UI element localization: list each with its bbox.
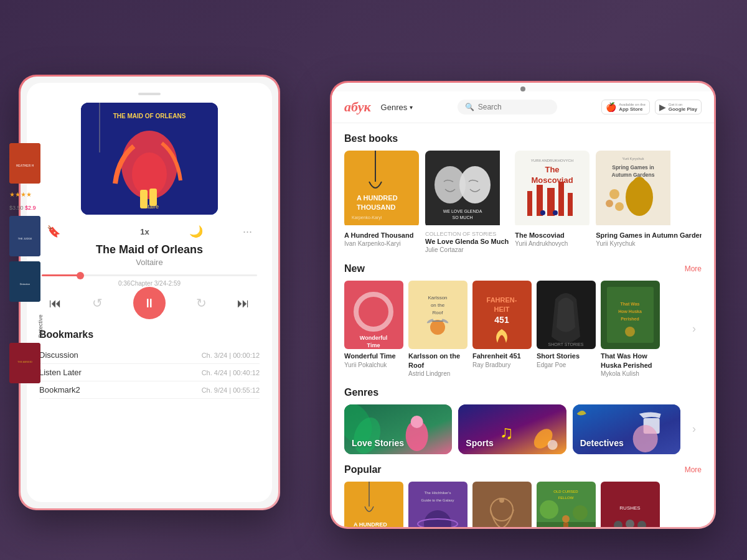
- player-book-cover: THE MAID OF ORLEANS: [81, 103, 218, 215]
- popular-row: A HUNDRED THOUSAND Karpenko-Karyi A Hund…: [344, 482, 687, 527]
- player-book-author: Voltaire: [136, 258, 162, 267]
- svg-text:Wonderful: Wonderful: [360, 335, 387, 341]
- skip-back-icon[interactable]: ⏮: [49, 296, 62, 310]
- genres-label: Genres: [381, 103, 408, 112]
- svg-rect-30: [527, 191, 532, 216]
- book-author-2: Julie Cortazar: [425, 246, 509, 253]
- genre-label-love: Love Stories: [352, 438, 404, 448]
- google-play-badge[interactable]: ▶ Get it on Google Play: [655, 100, 702, 114]
- svg-point-101: [540, 500, 558, 519]
- svg-rect-16: [344, 151, 419, 225]
- player-book-title: The Maid of Orleans: [96, 243, 203, 256]
- left-tablet: THE MAID OF ORLEANS: [19, 75, 280, 510]
- edge-books: HEATHER H ★★★★ $3.50 $2.9 THE JUDGE Dete…: [9, 143, 44, 383]
- bookmark-name-1: Discussion: [39, 350, 78, 360]
- svg-text:THE MAID OF ORLEANS: THE MAID OF ORLEANS: [113, 113, 186, 119]
- genre-card-sports[interactable]: ♫ Sports: [458, 404, 566, 454]
- speed-button[interactable]: 1x: [140, 227, 149, 236]
- new-book-huska[interactable]: That Was How Huska Perished That Was How…: [601, 281, 660, 377]
- svg-text:HEIT: HEIT: [494, 306, 509, 313]
- new-books-next-arrow[interactable]: ›: [687, 295, 702, 363]
- popular-header: Popular More: [344, 464, 702, 475]
- book-collection-label: Collection of Stories: [425, 231, 509, 237]
- bookmark-item-1[interactable]: Discussion Ch. 3/24 | 00:00:12: [39, 347, 260, 364]
- genre-card-love-stories[interactable]: Love Stories: [344, 404, 452, 454]
- new-book-title-3: Fahrenheit 451: [472, 352, 532, 360]
- app-logo: абук: [344, 99, 371, 115]
- pause-button[interactable]: ⏸: [133, 287, 166, 319]
- new-book-wonderful-time[interactable]: Wonderful Time Wonderful Time Yurii Poka…: [344, 281, 403, 368]
- new-book-title-4: Short Stories: [537, 352, 596, 360]
- svg-text:Detective: Detective: [20, 282, 31, 286]
- book-author-1: Ivan Karpenko-Karyi: [344, 240, 419, 247]
- new-books-more[interactable]: More: [685, 264, 702, 273]
- progress-track[interactable]: [42, 274, 257, 276]
- pop-book-3[interactable]: God of His Fathers The God of His Father…: [472, 482, 532, 527]
- genres-button[interactable]: Genres ▾: [381, 103, 413, 112]
- genres-next-arrow[interactable]: ›: [687, 404, 702, 454]
- app-header: абук Genres ▾ 🔍 🍎 Available on the App S…: [332, 91, 714, 123]
- book-card-spring[interactable]: Yurii Kyrychuk Spring Games in Autumn Ga…: [596, 151, 702, 253]
- popular-row-wrapper: A HUNDRED THOUSAND Karpenko-Karyi A Hund…: [344, 482, 702, 527]
- book-card-glenda[interactable]: WE LOVE GLENDA SO MUCH Collection of Sto…: [425, 151, 509, 253]
- pop-book-2[interactable]: The Hitchhiker's Guide to the Galaxy Dou…: [408, 482, 467, 527]
- app-store-badge[interactable]: 🍎 Available on the App Store: [601, 100, 650, 114]
- book-card-moscoviad[interactable]: YURII ANDRUKHOVYCH The Moscoviad: [515, 151, 590, 253]
- svg-text:Moscoviad: Moscoviad: [532, 175, 573, 185]
- pop-book-1[interactable]: A HUNDRED THOUSAND Karpenko-Karyi A Hund…: [344, 482, 403, 527]
- new-book-author-3: Ray Bradbury: [472, 362, 532, 368]
- progress-thumb[interactable]: [77, 272, 84, 279]
- bookmark-item-2[interactable]: Listen Later Ch. 4/24 | 00:40:12: [39, 364, 260, 381]
- pop-book-5[interactable]: RUSHES Rushes Vasyl Shkliar: [601, 482, 660, 527]
- genres-title: Genres: [344, 387, 378, 398]
- book-author-3: Yurii Andrukhovych: [515, 240, 590, 247]
- rewind-icon[interactable]: ↺: [92, 296, 103, 310]
- playback-controls: ⏮ ↺ ⏸ ↻ ⏭: [37, 287, 262, 319]
- new-book-fahrenheit[interactable]: FAHREN- HEIT 451 Fahrenheit 451 Ray Brad…: [472, 281, 532, 368]
- remaining-time: -2:59: [166, 280, 181, 287]
- camera-notch: [520, 86, 525, 91]
- right-tablet: абук Genres ▾ 🔍 🍎 Available on the App S…: [330, 81, 716, 529]
- svg-text:FAHREN-: FAHREN-: [487, 296, 517, 304]
- svg-text:HEATHER H: HEATHER H: [16, 164, 34, 167]
- svg-rect-82: [344, 482, 403, 527]
- svg-text:A HUNDRED: A HUNDRED: [354, 521, 387, 527]
- svg-text:THE JUDGE: THE JUDGE: [18, 237, 32, 240]
- bookmark-icon[interactable]: 🔖: [47, 225, 60, 238]
- new-book-author-2: Astrid Lindgren: [408, 370, 467, 377]
- bookmark-item-3[interactable]: Bookmark2 Ch. 9/24 | 00:55:12: [39, 381, 260, 399]
- search-input[interactable]: [478, 103, 550, 111]
- panel-handle[interactable]: [138, 93, 161, 95]
- new-book-title-2: Karlsson on the Roof: [408, 352, 467, 370]
- progress-container[interactable]: [37, 274, 262, 276]
- new-book-karlsson[interactable]: Karlsson on the Roof Karlsson on the Roo…: [408, 281, 467, 377]
- new-book-title-1: Wonderful Time: [344, 352, 403, 360]
- moon-icon[interactable]: 🌙: [189, 225, 203, 238]
- new-book-short-stories[interactable]: SHORT STORIES Short Stories Edgar Poe: [537, 281, 596, 368]
- svg-point-42: [633, 177, 646, 189]
- svg-text:♫: ♫: [500, 422, 514, 442]
- pop-book-4[interactable]: OLD CURSED FELLOW Old Cur: [537, 482, 596, 527]
- svg-text:Autumn Gardens: Autumn Gardens: [612, 172, 655, 178]
- svg-text:That Was: That Was: [621, 302, 640, 306]
- genre-label-detectives: Detectives: [580, 438, 624, 448]
- chapter-label: Chapter 3/24: [130, 280, 166, 287]
- new-book-author-5: Mykola Kulish: [601, 370, 660, 377]
- book-title-2: We Love Glenda So Much: [425, 237, 509, 246]
- google-play-icon: ▶: [659, 102, 666, 112]
- book-title-3: The Moscoviad: [515, 231, 590, 240]
- genres-header: Genres: [344, 387, 702, 398]
- search-box[interactable]: 🔍: [458, 100, 557, 114]
- more-icon[interactable]: ···: [243, 225, 252, 238]
- best-books-title: Best books: [344, 133, 398, 144]
- popular-more[interactable]: More: [685, 465, 702, 474]
- new-book-title-5: That Was How Huska Perished: [601, 352, 660, 370]
- svg-text:Voltaire: Voltaire: [140, 203, 159, 210]
- forward-icon[interactable]: ↻: [196, 296, 207, 310]
- svg-rect-12: [9, 261, 40, 302]
- genre-card-detectives[interactable]: Detectives: [573, 404, 680, 454]
- svg-text:OLD CURSED: OLD CURSED: [553, 490, 578, 493]
- skip-forward-icon[interactable]: ⏭: [237, 296, 250, 310]
- svg-point-69: [625, 327, 635, 337]
- book-card-hundred-thousand[interactable]: A HUNDRED THOUSAND Karpenko-Karyi A Hund…: [344, 151, 419, 253]
